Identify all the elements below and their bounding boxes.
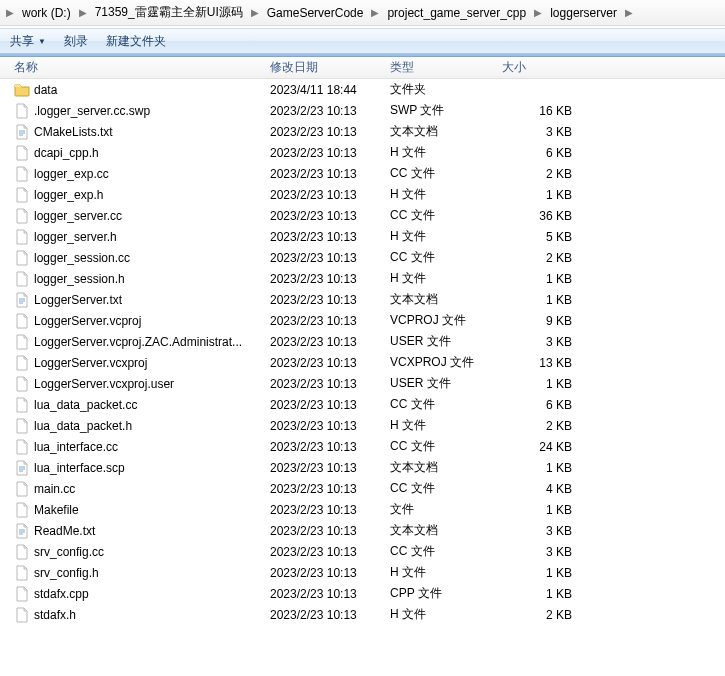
file-icon xyxy=(14,355,30,371)
header-name[interactable]: 名称 xyxy=(0,59,270,76)
file-size: 4 KB xyxy=(502,482,582,496)
file-name-cell: LoggerServer.vcxproj.user xyxy=(0,376,270,392)
file-row[interactable]: stdafx.cpp2023/2/23 10:13CPP 文件1 KB xyxy=(0,583,725,604)
file-size: 3 KB xyxy=(502,125,582,139)
file-icon xyxy=(14,208,30,224)
new-folder-label: 新建文件夹 xyxy=(106,33,166,50)
file-name: stdafx.h xyxy=(34,608,76,622)
file-icon xyxy=(14,271,30,287)
file-name-cell: ReadMe.txt xyxy=(0,523,270,539)
file-list[interactable]: data2023/4/11 18:44文件夹.logger_server.cc.… xyxy=(0,79,725,676)
file-name: LoggerServer.txt xyxy=(34,293,122,307)
file-name: data xyxy=(34,83,57,97)
file-type: VCXPROJ 文件 xyxy=(390,354,502,371)
file-name: logger_exp.cc xyxy=(34,167,109,181)
file-date: 2023/2/23 10:13 xyxy=(270,335,390,349)
file-date: 2023/2/23 10:13 xyxy=(270,419,390,433)
breadcrumb-item[interactable]: GameServerCode xyxy=(265,4,366,22)
file-row[interactable]: LoggerServer.txt2023/2/23 10:13文本文档1 KB xyxy=(0,289,725,310)
header-type[interactable]: 类型 xyxy=(390,59,502,76)
file-icon xyxy=(14,586,30,602)
file-row[interactable]: lua_data_packet.cc2023/2/23 10:13CC 文件6 … xyxy=(0,394,725,415)
file-size: 1 KB xyxy=(502,293,582,307)
breadcrumb-item[interactable]: work (D:) xyxy=(20,4,73,22)
file-size: 3 KB xyxy=(502,524,582,538)
file-row[interactable]: logger_server.h2023/2/23 10:13H 文件5 KB xyxy=(0,226,725,247)
file-type: H 文件 xyxy=(390,270,502,287)
file-row[interactable]: LoggerServer.vcproj2023/2/23 10:13VCPROJ… xyxy=(0,310,725,331)
file-name: lua_interface.scp xyxy=(34,461,125,475)
file-icon xyxy=(14,145,30,161)
breadcrumb-item[interactable]: 71359_雷霆霸主全新UI源码 xyxy=(93,2,245,23)
file-name-cell: lua_data_packet.cc xyxy=(0,397,270,413)
file-date: 2023/2/23 10:13 xyxy=(270,545,390,559)
file-size: 3 KB xyxy=(502,335,582,349)
file-name-cell: stdafx.h xyxy=(0,607,270,623)
file-size: 1 KB xyxy=(502,377,582,391)
file-name-cell: dcapi_cpp.h xyxy=(0,145,270,161)
file-size: 16 KB xyxy=(502,104,582,118)
file-type: 文本文档 xyxy=(390,459,502,476)
file-type: USER 文件 xyxy=(390,333,502,350)
burn-button[interactable]: 刻录 xyxy=(64,33,88,50)
file-row[interactable]: LoggerServer.vcxproj.user2023/2/23 10:13… xyxy=(0,373,725,394)
file-size: 1 KB xyxy=(502,587,582,601)
file-date: 2023/2/23 10:13 xyxy=(270,272,390,286)
file-row[interactable]: logger_session.cc2023/2/23 10:13CC 文件2 K… xyxy=(0,247,725,268)
chevron-right-icon: ▶ xyxy=(79,7,87,18)
file-name: main.cc xyxy=(34,482,75,496)
file-type: 文本文档 xyxy=(390,291,502,308)
file-type: CPP 文件 xyxy=(390,585,502,602)
file-size: 2 KB xyxy=(502,167,582,181)
toolbar-area: 共享 ▼ 刻录 新建文件夹 xyxy=(0,28,725,57)
file-type: SWP 文件 xyxy=(390,102,502,119)
header-date[interactable]: 修改日期 xyxy=(270,59,390,76)
file-row[interactable]: logger_exp.h2023/2/23 10:13H 文件1 KB xyxy=(0,184,725,205)
file-icon xyxy=(14,502,30,518)
share-button[interactable]: 共享 ▼ xyxy=(10,33,46,50)
file-row[interactable]: LoggerServer.vcxproj2023/2/23 10:13VCXPR… xyxy=(0,352,725,373)
file-size: 24 KB xyxy=(502,440,582,454)
file-row[interactable]: logger_exp.cc2023/2/23 10:13CC 文件2 KB xyxy=(0,163,725,184)
burn-label: 刻录 xyxy=(64,33,88,50)
file-row[interactable]: dcapi_cpp.h2023/2/23 10:13H 文件6 KB xyxy=(0,142,725,163)
file-row[interactable]: Makefile2023/2/23 10:13文件1 KB xyxy=(0,499,725,520)
file-icon xyxy=(14,397,30,413)
chevron-down-icon: ▼ xyxy=(38,37,46,46)
file-row[interactable]: logger_session.h2023/2/23 10:13H 文件1 KB xyxy=(0,268,725,289)
file-type: H 文件 xyxy=(390,417,502,434)
file-row[interactable]: lua_interface.scp2023/2/23 10:13文本文档1 KB xyxy=(0,457,725,478)
file-row[interactable]: srv_config.cc2023/2/23 10:13CC 文件3 KB xyxy=(0,541,725,562)
breadcrumb-item[interactable]: loggerserver xyxy=(548,4,619,22)
file-row[interactable]: main.cc2023/2/23 10:13CC 文件4 KB xyxy=(0,478,725,499)
file-name-cell: data xyxy=(0,82,270,98)
file-type: CC 文件 xyxy=(390,249,502,266)
file-name-cell: logger_session.h xyxy=(0,271,270,287)
file-row[interactable]: ReadMe.txt2023/2/23 10:13文本文档3 KB xyxy=(0,520,725,541)
file-row[interactable]: logger_server.cc2023/2/23 10:13CC 文件36 K… xyxy=(0,205,725,226)
chevron-right-icon: ▶ xyxy=(371,7,379,18)
file-row[interactable]: data2023/4/11 18:44文件夹 xyxy=(0,79,725,100)
header-size[interactable]: 大小 xyxy=(502,59,582,76)
file-date: 2023/2/23 10:13 xyxy=(270,356,390,370)
file-size: 13 KB xyxy=(502,356,582,370)
file-row[interactable]: srv_config.h2023/2/23 10:13H 文件1 KB xyxy=(0,562,725,583)
file-date: 2023/2/23 10:13 xyxy=(270,125,390,139)
file-row[interactable]: .logger_server.cc.swp2023/2/23 10:13SWP … xyxy=(0,100,725,121)
file-icon xyxy=(14,439,30,455)
file-size: 1 KB xyxy=(502,188,582,202)
file-icon xyxy=(14,229,30,245)
breadcrumb-item[interactable]: project_game_server_cpp xyxy=(385,4,528,22)
file-row[interactable]: lua_data_packet.h2023/2/23 10:13H 文件2 KB xyxy=(0,415,725,436)
file-row[interactable]: lua_interface.cc2023/2/23 10:13CC 文件24 K… xyxy=(0,436,725,457)
file-icon xyxy=(14,607,30,623)
file-date: 2023/2/23 10:13 xyxy=(270,461,390,475)
file-row[interactable]: CMakeLists.txt2023/2/23 10:13文本文档3 KB xyxy=(0,121,725,142)
new-folder-button[interactable]: 新建文件夹 xyxy=(106,33,166,50)
file-name-cell: stdafx.cpp xyxy=(0,586,270,602)
file-size: 1 KB xyxy=(502,503,582,517)
breadcrumb-bar: ▶ work (D:) ▶ 71359_雷霆霸主全新UI源码 ▶ GameSer… xyxy=(0,0,725,26)
file-date: 2023/2/23 10:13 xyxy=(270,104,390,118)
file-row[interactable]: LoggerServer.vcproj.ZAC.Administrat...20… xyxy=(0,331,725,352)
file-row[interactable]: stdafx.h2023/2/23 10:13H 文件2 KB xyxy=(0,604,725,625)
